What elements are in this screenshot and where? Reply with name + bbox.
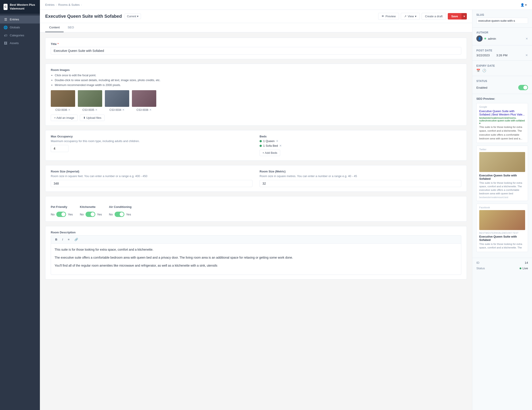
post-time-input[interactable] bbox=[496, 54, 512, 57]
status-bottom-field: Status Live bbox=[476, 267, 528, 270]
size-metric-input[interactable] bbox=[260, 180, 461, 187]
twitter-preview-image bbox=[479, 152, 525, 172]
image-thumb-4[interactable] bbox=[132, 90, 156, 107]
occupancy-input[interactable] bbox=[51, 145, 68, 152]
desc-para-3: You'll find all of the regular room amen… bbox=[55, 263, 457, 268]
image-thumb-2[interactable] bbox=[78, 90, 102, 107]
occupancy-beds-row: Max Occupancy Maximum occupancy for this… bbox=[51, 135, 461, 156]
toggles-row: Pet Friendly No Yes Kitche bbox=[51, 205, 461, 217]
image-actions: + Add an image ⬆ Upload files bbox=[51, 115, 461, 121]
pet-friendly-field: Pet Friendly No Yes bbox=[51, 205, 73, 217]
image-item-4: CS3 0038 ✕ bbox=[132, 90, 156, 112]
add-beds-button[interactable]: + Add Beds bbox=[260, 149, 280, 156]
current-badge[interactable]: Current ▾ bbox=[124, 14, 141, 19]
beds-col: Beds 1 Queen ✕ 1 Sofa Bed bbox=[260, 135, 461, 156]
breadcrumb-rooms[interactable]: Rooms & Suites bbox=[58, 3, 80, 6]
tab-content[interactable]: Content bbox=[45, 23, 64, 32]
expiry-date-row: 📅 🕐 bbox=[476, 69, 528, 72]
pet-friendly-toggle[interactable] bbox=[56, 212, 66, 217]
size-imperial-label: Room Size (Imperial) bbox=[51, 170, 252, 173]
save-dropdown-button[interactable]: ▾ bbox=[462, 13, 467, 19]
post-date-label: Post Date bbox=[476, 49, 528, 52]
image-label-row-4: CS3 0038 ✕ bbox=[137, 108, 152, 112]
image-thumb-1[interactable] bbox=[51, 90, 75, 107]
bed-item-2: 1 Sofa Bed ✕ bbox=[260, 144, 461, 147]
breadcrumb-sep-1: › bbox=[56, 3, 57, 6]
google-seo-desc: This suite is for those looking for extr… bbox=[479, 125, 525, 140]
title-label: Title * bbox=[51, 42, 461, 46]
save-dropdown-icon: ▾ bbox=[464, 15, 465, 18]
kitchenette-toggle[interactable] bbox=[86, 212, 95, 217]
sidebar-item-label: Globals bbox=[10, 26, 20, 29]
seo-preview-section: SEO Preview: Google Executive Queen Suit… bbox=[472, 94, 532, 258]
editor-toolbar: B I ≡ 🔗 bbox=[51, 235, 461, 243]
pet-friendly-yes: Yes bbox=[68, 213, 73, 216]
image-item-2: CS3 0035 ✕ bbox=[78, 90, 102, 112]
create-draft-button[interactable]: Create a draft bbox=[422, 13, 446, 20]
google-seo-title: Executive Queen Suite with Sofabed | Bes… bbox=[479, 110, 525, 116]
preview-button[interactable]: 👁 Preview bbox=[378, 13, 399, 20]
desc-para-2: The executive suite offers a comfortable… bbox=[55, 255, 457, 261]
right-panel: Slug executive-queen-suite-with-s Author… bbox=[472, 10, 532, 410]
post-date-remove[interactable]: ✕ bbox=[525, 53, 528, 57]
calendar-icon[interactable]: 📅 bbox=[476, 69, 480, 72]
size-metric-desc: Room size in square metres. You can ente… bbox=[260, 174, 461, 178]
author-remove[interactable]: ✕ bbox=[526, 37, 528, 40]
sidebar-item-assets[interactable]: 🖼 Assets bbox=[0, 39, 40, 47]
air-conditioning-toggle[interactable] bbox=[114, 212, 124, 217]
bed-remove-1[interactable]: ✕ bbox=[276, 140, 278, 143]
pet-friendly-label: Pet Friendly bbox=[51, 205, 73, 209]
tab-seo[interactable]: SEO bbox=[64, 23, 78, 32]
slug-label: Slug bbox=[476, 13, 528, 16]
sidebar-item-entries[interactable]: ☰ Entries bbox=[0, 16, 40, 23]
facebook-site-name: BESTWESTERNVALEMOUNT.TEST bbox=[479, 232, 525, 234]
image-remove-1[interactable]: ✕ bbox=[68, 108, 70, 112]
image-remove-4[interactable]: ✕ bbox=[149, 108, 152, 112]
clock-icon[interactable]: 🕐 bbox=[482, 69, 486, 72]
image-thumb-3[interactable] bbox=[105, 90, 129, 107]
sidebar-item-globals[interactable]: 🌐 Globals bbox=[0, 23, 40, 31]
size-imperial-input[interactable] bbox=[51, 180, 252, 187]
instruction-3: Minimum recommended image width is 2000 … bbox=[55, 83, 461, 88]
image-remove-2[interactable]: ✕ bbox=[95, 108, 97, 112]
image-label-row-2: CS3 0035 ✕ bbox=[83, 108, 97, 112]
status-toggle[interactable] bbox=[518, 85, 528, 90]
breadcrumb-entries[interactable]: Entries bbox=[45, 3, 55, 6]
sidebar-item-categories[interactable]: 🏷 Categories bbox=[0, 31, 40, 39]
bold-button[interactable]: B bbox=[53, 237, 59, 242]
images-grid: CS3 0036 ✕ CS3 0035 ✕ bbox=[51, 90, 461, 112]
italic-button[interactable]: I bbox=[60, 237, 65, 242]
facebook-platform-label: Facebook bbox=[479, 206, 525, 209]
list-button[interactable]: ≡ bbox=[66, 237, 72, 242]
user-menu-button[interactable]: 👤 ▾ bbox=[521, 3, 527, 7]
title-input[interactable] bbox=[51, 47, 461, 55]
editor-body[interactable]: This suite is for those looking for extr… bbox=[51, 243, 461, 275]
save-group: Save ▾ bbox=[448, 13, 467, 19]
image-remove-3[interactable]: ✕ bbox=[122, 108, 124, 112]
kitchenette-label: Kitchenette bbox=[80, 205, 102, 209]
air-conditioning-label: Air Conditioning bbox=[109, 205, 132, 209]
image-item-1: CS3 0036 ✕ bbox=[51, 90, 75, 112]
link-button[interactable]: 🔗 bbox=[73, 237, 80, 242]
expiry-date-section: Expiry Date 📅 🕐 bbox=[472, 61, 532, 76]
upload-files-button[interactable]: ⬆ Upload files bbox=[80, 115, 105, 121]
bed-remove-2[interactable]: ✕ bbox=[279, 144, 282, 147]
topbar: Entries › Rooms & Suites › 👤 ▾ bbox=[40, 0, 532, 10]
add-image-button[interactable]: + Add an image bbox=[51, 115, 77, 121]
sidebar-item-label: Categories bbox=[10, 34, 24, 37]
kitchenette-yes: Yes bbox=[97, 213, 102, 216]
desc-para-1: This suite is for those looking for extr… bbox=[55, 247, 457, 252]
view-icon: ↗ bbox=[404, 15, 407, 18]
view-button[interactable]: ↗ View ▾ bbox=[401, 13, 420, 20]
post-date-input[interactable] bbox=[476, 54, 494, 57]
slug-value[interactable]: executive-queen-suite-with-s bbox=[476, 18, 528, 24]
kitchenette-toggle-row: No Yes bbox=[80, 212, 102, 217]
instruction-2: Double-click to view asset details, incl… bbox=[55, 78, 461, 83]
save-button[interactable]: Save bbox=[448, 13, 462, 19]
occupancy-col: Max Occupancy Maximum occupancy for this… bbox=[51, 135, 252, 156]
image-label-row-3: CS3 0034 ✕ bbox=[110, 108, 124, 112]
author-section: Author 👤 admin ✕ bbox=[472, 28, 532, 46]
required-star: * bbox=[58, 42, 59, 46]
bed-item-1: 1 Queen ✕ bbox=[260, 140, 461, 143]
status-bottom-label: Status bbox=[476, 267, 485, 270]
